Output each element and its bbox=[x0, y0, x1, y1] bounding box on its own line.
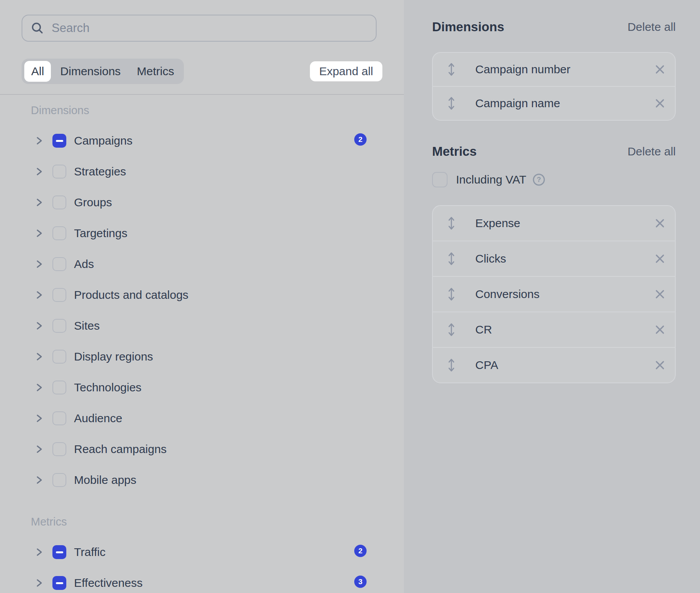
filter-tab-all[interactable]: All bbox=[24, 61, 51, 82]
tree-item-products-and-catalogs[interactable]: Products and catalogs bbox=[0, 280, 404, 310]
tree-item-label: Sites bbox=[74, 319, 100, 332]
tree-item-label: Technologies bbox=[74, 381, 141, 394]
tree-item-strategies[interactable]: Strategies bbox=[0, 156, 404, 187]
tree-item-checkbox[interactable] bbox=[52, 288, 66, 302]
tree-item-technologies[interactable]: Technologies bbox=[0, 372, 404, 403]
tree-item-checkbox[interactable] bbox=[52, 226, 66, 240]
tree-item-label: Reach campaigns bbox=[74, 443, 167, 456]
svg-text:?: ? bbox=[537, 176, 541, 184]
expand-all-button[interactable]: Expand all bbox=[310, 61, 382, 81]
delete-all-metrics-button[interactable]: Delete all bbox=[628, 145, 676, 158]
remove-campaign-number-icon[interactable] bbox=[653, 63, 666, 76]
tree-item-label: Effectiveness bbox=[74, 576, 143, 590]
tree-item-checkbox[interactable] bbox=[52, 442, 66, 456]
chevron-right-icon[interactable] bbox=[34, 259, 44, 269]
remove-conversions-icon[interactable] bbox=[653, 288, 666, 301]
drag-handle-icon[interactable] bbox=[447, 62, 456, 77]
tree-section-title-dimensions: Dimensions bbox=[31, 103, 404, 117]
tree-item-display-regions[interactable]: Display regions bbox=[0, 341, 404, 372]
tree-item-checkbox[interactable] bbox=[52, 195, 66, 209]
filter-tab-dimensions[interactable]: Dimensions bbox=[53, 61, 128, 82]
tree-item-audience[interactable]: Audience bbox=[0, 403, 404, 434]
tree-item-label: Traffic bbox=[74, 546, 106, 559]
drag-handle-icon[interactable] bbox=[447, 358, 456, 372]
tree-item-checkbox[interactable] bbox=[52, 576, 66, 590]
tree-item-checkbox[interactable] bbox=[52, 381, 66, 394]
tree-item-groups[interactable]: Groups bbox=[0, 187, 404, 218]
selected-dimensions-list: Campaign number Campaign name bbox=[432, 52, 676, 121]
including-vat-checkbox[interactable] bbox=[432, 172, 448, 187]
help-icon[interactable]: ? bbox=[532, 173, 545, 186]
tree-item-checkbox[interactable] bbox=[52, 165, 66, 179]
remove-campaign-name-icon[interactable] bbox=[653, 97, 666, 110]
selected-column-label: CPA bbox=[475, 359, 498, 372]
tree-item-campaigns[interactable]: Campaigns 2 bbox=[0, 125, 404, 156]
filter-tabs: All Dimensions Metrics bbox=[22, 59, 184, 84]
tree-item-checkbox[interactable] bbox=[52, 134, 66, 148]
selected-row-conversions: Conversions bbox=[433, 276, 675, 312]
remove-expense-icon[interactable] bbox=[653, 217, 666, 230]
chevron-right-icon[interactable] bbox=[34, 290, 44, 300]
selected-metrics-list: Expense Clicks Conversions CR bbox=[432, 205, 676, 383]
chevron-right-icon[interactable] bbox=[34, 136, 44, 146]
columns-tree: Dimensions Campaigns 2 Strategies Groups bbox=[0, 95, 404, 593]
tree-item-label: Products and catalogs bbox=[74, 288, 188, 302]
tree-item-label: Ads bbox=[74, 258, 94, 271]
tree-item-label: Targetings bbox=[74, 227, 127, 240]
indeterminate-mark bbox=[56, 582, 63, 584]
selected-row-campaign-name: Campaign name bbox=[433, 86, 675, 120]
filter-tab-metrics[interactable]: Metrics bbox=[130, 61, 181, 82]
drag-handle-icon[interactable] bbox=[447, 216, 456, 231]
chevron-right-icon[interactable] bbox=[34, 444, 44, 454]
chevron-right-icon[interactable] bbox=[34, 352, 44, 362]
tree-item-label: Display regions bbox=[74, 350, 153, 363]
tree-item-reach-campaigns[interactable]: Reach campaigns bbox=[0, 434, 404, 465]
tree-section: Metrics Traffic 2 Effectiveness 3 bbox=[0, 515, 404, 593]
filter-tab-label: Metrics bbox=[137, 65, 174, 78]
search-input[interactable] bbox=[22, 15, 377, 42]
chevron-right-icon[interactable] bbox=[34, 475, 44, 485]
selected-column-label: Expense bbox=[475, 217, 520, 230]
tree-item-mobile-apps[interactable]: Mobile apps bbox=[0, 465, 404, 495]
remove-cpa-icon[interactable] bbox=[653, 359, 666, 372]
remove-cr-icon[interactable] bbox=[653, 323, 666, 336]
drag-handle-icon[interactable] bbox=[447, 322, 456, 337]
selected-column-label: Campaign name bbox=[475, 97, 560, 110]
including-vat-label: Including VAT bbox=[456, 173, 526, 186]
chevron-right-icon[interactable] bbox=[34, 547, 44, 557]
tree-item-effectiveness[interactable]: Effectiveness 3 bbox=[0, 568, 404, 593]
chevron-right-icon[interactable] bbox=[34, 167, 44, 177]
indeterminate-mark bbox=[56, 140, 63, 142]
drag-handle-icon[interactable] bbox=[447, 251, 456, 266]
tree-item-checkbox[interactable] bbox=[52, 257, 66, 271]
chevron-right-icon[interactable] bbox=[34, 228, 44, 238]
tree-item-traffic[interactable]: Traffic 2 bbox=[0, 537, 404, 568]
drag-handle-icon[interactable] bbox=[447, 96, 456, 111]
tree-item-checkbox[interactable] bbox=[52, 411, 66, 425]
remove-clicks-icon[interactable] bbox=[653, 252, 666, 265]
tree-item-targetings[interactable]: Targetings bbox=[0, 218, 404, 249]
tree-item-label: Mobile apps bbox=[74, 473, 136, 487]
indeterminate-mark bbox=[56, 551, 63, 553]
tree-item-checkbox[interactable] bbox=[52, 545, 66, 559]
tree-item-checkbox[interactable] bbox=[52, 319, 66, 333]
tree-item-label: Groups bbox=[74, 196, 112, 209]
tree-item-checkbox[interactable] bbox=[52, 473, 66, 487]
tree-item-checkbox[interactable] bbox=[52, 350, 66, 364]
selected-row-expense: Expense bbox=[433, 206, 675, 241]
chevron-right-icon[interactable] bbox=[34, 321, 44, 331]
chevron-right-icon[interactable] bbox=[34, 382, 44, 393]
tree-item-ads[interactable]: Ads bbox=[0, 249, 404, 280]
tree-section-items: Traffic 2 Effectiveness 3 bbox=[0, 537, 404, 593]
delete-all-dimensions-button[interactable]: Delete all bbox=[628, 20, 676, 34]
selected-column-label: CR bbox=[475, 323, 492, 336]
chevron-right-icon[interactable] bbox=[34, 197, 44, 207]
selected-metrics-group: Metrics Delete all Including VAT ? Expen… bbox=[432, 144, 676, 383]
tree-item-sites[interactable]: Sites bbox=[0, 310, 404, 341]
chevron-right-icon[interactable] bbox=[34, 413, 44, 423]
chevron-right-icon[interactable] bbox=[34, 578, 44, 588]
drag-handle-icon[interactable] bbox=[447, 287, 456, 302]
tree-item-label: Campaigns bbox=[74, 134, 133, 147]
selected-count-badge: 2 bbox=[354, 545, 367, 557]
selected-row-clicks: Clicks bbox=[433, 241, 675, 276]
